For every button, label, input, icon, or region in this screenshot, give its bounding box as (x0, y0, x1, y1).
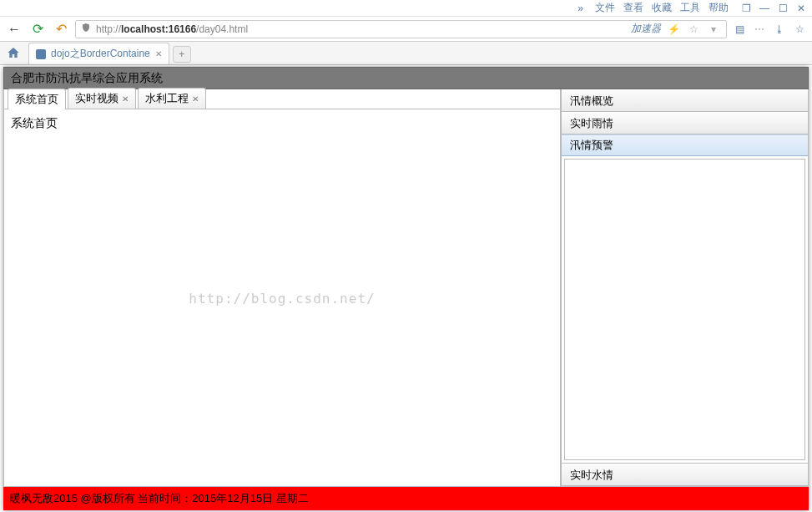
close-icon[interactable]: ✕ (155, 49, 162, 58)
menu-tools[interactable]: 工具 (680, 1, 700, 15)
tab-content-pane: 系统首页 http://blog.csdn.net/ (4, 109, 560, 486)
window-maximize-icon[interactable]: ☐ (777, 3, 789, 14)
menu-overflow-icon[interactable] (577, 3, 587, 14)
app-title: 合肥市防汛抗旱综合应用系统 (11, 71, 163, 86)
translate-icon[interactable]: ▤ (732, 22, 747, 37)
accordion-item-water: 实时水情 (562, 464, 808, 486)
page-content: 合肥市防汛抗旱综合应用系统 系统首页 实时视频 ✕ 水利工程 ✕ 系统首页 ht… (3, 67, 809, 510)
accordion-title[interactable]: 汛情预警 (562, 134, 808, 156)
url-text: http://localhost:16166/day04.html (96, 23, 248, 35)
main-layout: 系统首页 实时视频 ✕ 水利工程 ✕ 系统首页 http://blog.csdn… (3, 89, 809, 487)
refresh-button[interactable]: ⟳ (28, 20, 47, 38)
new-tab-button[interactable]: + (173, 46, 191, 63)
footer-bar: 暖枫无敌2015 @版权所有 当前时间：2015年12月15日 星期二 (3, 487, 809, 510)
accordion-pane (564, 159, 805, 460)
accordion-item-warning: 汛情预警 (562, 134, 808, 464)
tab-system-home[interactable]: 系统首页 (8, 89, 66, 109)
app-header: 合肥市防汛抗旱综合应用系统 (3, 67, 809, 89)
tab-water-project[interactable]: 水利工程 ✕ (138, 88, 206, 109)
accordion-item-overview: 汛情概览 (562, 89, 808, 112)
tab-label: 系统首页 (15, 92, 58, 107)
undo-button[interactable]: ↶ (52, 20, 70, 38)
window-minimize-icon[interactable]: — (759, 3, 770, 14)
window-clone-icon[interactable]: ❐ (740, 3, 752, 14)
tab-label: 实时视频 (75, 91, 119, 106)
accordion-item-rain: 实时雨情 (562, 112, 808, 134)
browser-tab-title: dojo之BorderContaine (51, 47, 150, 61)
accordion-title[interactable]: 实时水情 (562, 464, 808, 485)
browser-tab-strip: dojo之BorderContaine ✕ + (0, 42, 812, 65)
tab-realtime-video[interactable]: 实时视频 ✕ (68, 88, 136, 109)
watermark-text: http://blog.csdn.net/ (189, 290, 375, 306)
accordion-title[interactable]: 汛情概览 (562, 89, 808, 111)
download-icon[interactable]: ⭳ (772, 22, 787, 37)
star-icon[interactable]: ☆ (686, 22, 701, 37)
content-tabs: 系统首页 实时视频 ✕ 水利工程 ✕ (4, 89, 560, 109)
menu-favorites[interactable]: 收藏 (652, 1, 672, 15)
menu-file[interactable]: 文件 (595, 1, 615, 15)
menu-help[interactable]: 帮助 (709, 1, 729, 15)
tab-label: 水利工程 (145, 91, 189, 106)
browser-menu-bar: 文件 查看 收藏 工具 帮助 ❐ — ☐ ✕ (0, 0, 812, 17)
bookmark-star-icon[interactable]: ☆ (792, 22, 807, 37)
close-icon[interactable]: ✕ (192, 94, 199, 104)
back-button[interactable]: ← (5, 20, 23, 38)
browser-toolbar: ← ⟳ ↶ http://localhost:16166/day04.html … (0, 17, 812, 42)
accelerator-label[interactable]: 加速器 (631, 22, 661, 36)
accordion-title[interactable]: 实时雨情 (562, 112, 808, 134)
home-icon[interactable] (5, 44, 22, 61)
window-close-icon[interactable]: ✕ (795, 3, 807, 14)
lightning-icon[interactable]: ⚡ (666, 22, 681, 37)
address-bar[interactable]: http://localhost:16166/day04.html 加速器 ⚡ … (75, 20, 727, 38)
menu-view[interactable]: 查看 (623, 1, 643, 15)
favicon-icon (36, 49, 46, 59)
right-region: 汛情概览 实时雨情 汛情预警 实时水情 (561, 89, 808, 486)
more-icon[interactable]: ⋯ (752, 22, 767, 37)
center-region: 系统首页 实时视频 ✕ 水利工程 ✕ 系统首页 http://blog.csdn… (4, 89, 561, 486)
shield-icon (81, 23, 91, 35)
close-icon[interactable]: ✕ (122, 94, 129, 104)
browser-tab-active[interactable]: dojo之BorderContaine ✕ (28, 43, 169, 64)
content-text: 系统首页 (11, 116, 58, 129)
dropdown-icon[interactable]: ▾ (706, 22, 721, 37)
footer-text: 暖枫无敌2015 @版权所有 当前时间：2015年12月15日 星期二 (10, 491, 309, 506)
